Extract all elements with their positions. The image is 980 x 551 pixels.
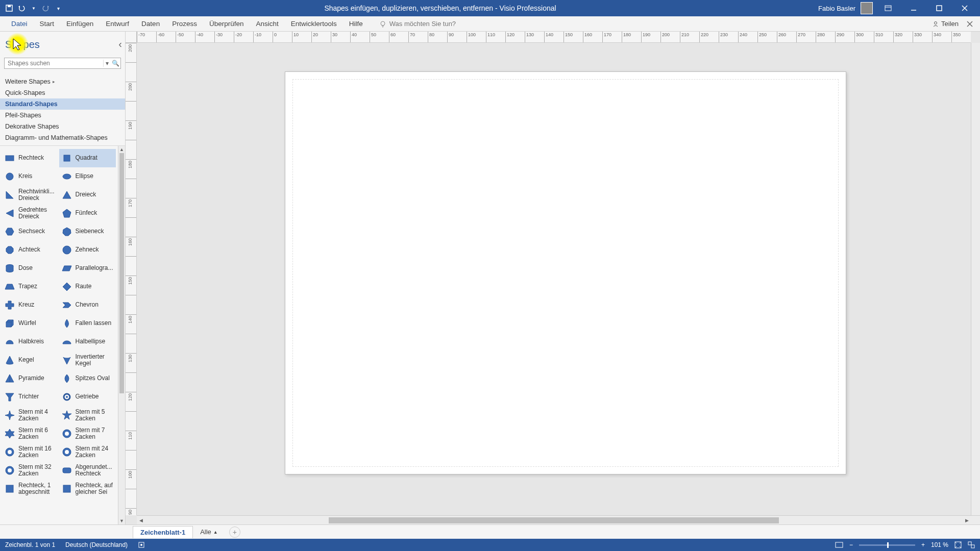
zoom-out-icon[interactable]: − [849, 541, 853, 548]
stencil-item[interactable]: Dekorative Shapes [0, 121, 125, 132]
shape-item[interactable]: Kegel [2, 351, 59, 369]
maximize-icon[interactable] [929, 0, 949, 16]
shape-item[interactable]: Rechteck, auf gleicher Sei [59, 480, 116, 498]
shape-item[interactable]: Kreuz [2, 296, 59, 314]
shape-item[interactable]: Stern mit 6 Zacken [2, 424, 59, 443]
page-sheet[interactable] [285, 71, 846, 474]
stencil-item[interactable]: Weitere Shapes▸ [0, 76, 125, 87]
shape-item[interactable]: Raute [59, 278, 116, 296]
shape-item[interactable]: Trichter [2, 388, 59, 406]
share-button[interactable]: Teilen [932, 20, 959, 28]
sheet-all-button[interactable]: Alle▲ [195, 526, 223, 538]
shape-item[interactable]: Rechteck [2, 149, 59, 167]
fit-window-icon[interactable] [954, 541, 962, 548]
shape-item[interactable]: Stern mit 7 Zacken [59, 424, 116, 443]
shape-item[interactable]: Fünfeck [59, 204, 116, 222]
redo-icon[interactable] [42, 4, 50, 12]
drawing-canvas[interactable] [137, 43, 971, 515]
shape-item[interactable]: Siebeneck [59, 222, 116, 241]
collapse-panel-icon[interactable]: ‹ [118, 38, 122, 49]
shape-item[interactable]: Chevron [59, 296, 116, 314]
tab-entwicklertools[interactable]: Entwicklertools [285, 16, 343, 32]
tab-ansicht[interactable]: Ansicht [250, 16, 284, 32]
stencil-item[interactable]: Standard-Shapes [0, 98, 125, 110]
h-scroll-thumb[interactable] [329, 517, 778, 523]
share-label: Teilen [941, 20, 959, 28]
undo-dropdown-icon[interactable]: ▼ [30, 4, 38, 12]
scroll-down-icon[interactable]: ▼ [118, 517, 125, 524]
shape-item[interactable]: Getriebe [59, 388, 116, 406]
shape-item-icon [4, 373, 15, 384]
shape-item[interactable]: Parallelogra... [59, 259, 116, 278]
stencil-item[interactable]: Diagramm- und Mathematik-Shapes [0, 132, 125, 143]
shape-item[interactable]: Rechtwinkli... Dreieck [2, 186, 59, 204]
shape-item[interactable]: Invertierter Kegel [59, 351, 116, 369]
search-dropdown-icon[interactable]: ▾ [103, 60, 110, 67]
zoom-level[interactable]: 101 % [931, 541, 948, 548]
user-avatar[interactable] [861, 2, 873, 14]
shape-item[interactable]: Rechteck, 1 abgeschnitt [2, 480, 59, 498]
ribbon-tabs: Datei Start Einfügen Entwurf Daten Proze… [0, 16, 980, 32]
tab-einfuegen[interactable]: Einfügen [60, 16, 100, 32]
shape-item[interactable]: Kreis [2, 167, 59, 186]
shape-item[interactable]: Trapez [2, 278, 59, 296]
shape-item[interactable]: Ellipse [59, 167, 116, 186]
save-icon[interactable] [5, 4, 13, 12]
canvas-vertical-scrollbar[interactable] [971, 43, 980, 515]
shape-item[interactable]: Sechseck [2, 222, 59, 241]
tab-ueberpruefen[interactable]: Überprüfen [203, 16, 250, 32]
presentation-mode-icon[interactable] [835, 542, 843, 548]
shape-item[interactable]: Spitzes Oval [59, 369, 116, 388]
add-sheet-button[interactable]: + [229, 527, 240, 538]
user-name[interactable]: Fabio Basler [818, 5, 855, 12]
shape-item[interactable]: Stern mit 5 Zacken [59, 406, 116, 424]
stencil-item[interactable]: Pfeil-Shapes [0, 110, 125, 121]
shapes-scrollbar[interactable]: ▲ ▼ [118, 146, 125, 524]
horizontal-ruler: -70-60-50-40-30-20-100102030405060708090… [137, 32, 971, 43]
close-icon[interactable] [954, 0, 975, 16]
shape-item[interactable]: Fallen lassen [59, 314, 116, 333]
scroll-thumb[interactable] [119, 153, 124, 393]
language-status[interactable]: Deutsch (Deutschland) [65, 541, 128, 548]
tab-prozess[interactable]: Prozess [166, 16, 203, 32]
shape-item[interactable]: Dose [2, 259, 59, 278]
shape-item[interactable]: Abgerundet... Rechteck [59, 461, 116, 480]
shape-item[interactable]: Quadrat [59, 149, 116, 167]
shape-item[interactable]: Dreieck [59, 186, 116, 204]
shape-item[interactable]: Stern mit 24 Zacken [59, 443, 116, 461]
shapes-search-box[interactable]: ▾ 🔍 [4, 58, 121, 69]
shape-item[interactable]: Zehneck [59, 241, 116, 259]
tab-daten[interactable]: Daten [135, 16, 166, 32]
search-go-icon[interactable]: 🔍 [110, 60, 120, 67]
stencil-item[interactable]: Quick-Shapes [0, 87, 125, 98]
tab-entwurf[interactable]: Entwurf [100, 16, 135, 32]
undo-icon[interactable] [17, 4, 26, 12]
tab-start[interactable]: Start [34, 16, 61, 32]
sheet-tab-1[interactable]: Zeichenblatt-1 [133, 526, 193, 538]
shape-item[interactable]: Stern mit 32 Zacken [2, 461, 59, 480]
shapes-search-input[interactable] [5, 60, 103, 67]
minimize-icon[interactable] [903, 0, 924, 16]
shape-item[interactable]: Pyramide [2, 369, 59, 388]
tab-hilfe[interactable]: Hilfe [343, 16, 369, 32]
tab-datei[interactable]: Datei [5, 16, 34, 32]
customize-qat-icon[interactable]: ▾ [54, 4, 62, 12]
shape-item[interactable]: Halbkreis [2, 333, 59, 351]
shape-item[interactable]: Würfel [2, 314, 59, 333]
canvas-horizontal-scrollbar[interactable]: ◀ ▶ [137, 515, 971, 524]
shape-item[interactable]: Halbellipse [59, 333, 116, 351]
ribbon-display-options-icon[interactable] [878, 0, 898, 16]
macro-record-icon[interactable] [138, 541, 145, 548]
shape-item[interactable]: Stern mit 4 Zacken [2, 406, 59, 424]
shape-item[interactable]: Achteck [2, 241, 59, 259]
zoom-slider[interactable] [859, 544, 915, 546]
pan-zoom-icon[interactable] [968, 541, 975, 548]
shape-item[interactable]: Gedrehtes Dreieck [2, 204, 59, 222]
scroll-up-icon[interactable]: ▲ [118, 146, 125, 153]
close-document-icon[interactable] [965, 19, 975, 29]
zoom-in-icon[interactable]: + [921, 541, 925, 548]
tell-me-box[interactable]: Was möchten Sie tun? [379, 20, 456, 28]
shape-item-label: Trichter [18, 393, 39, 400]
shape-item[interactable]: Stern mit 16 Zacken [2, 443, 59, 461]
shape-item-label: Zehneck [76, 246, 99, 253]
